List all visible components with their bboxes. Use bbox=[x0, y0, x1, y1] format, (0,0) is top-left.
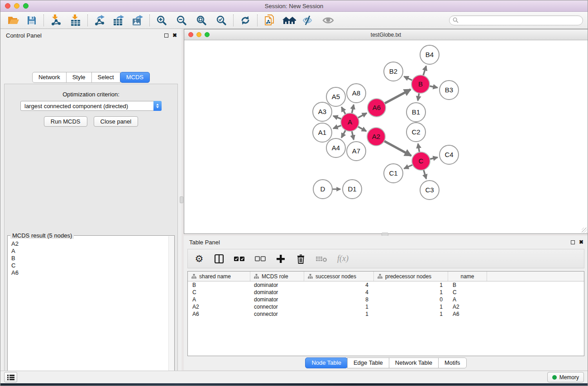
table-cell[interactable]: dominator bbox=[250, 282, 304, 288]
table-cell[interactable]: 4 bbox=[304, 282, 374, 288]
zoom-out-icon[interactable] bbox=[174, 14, 189, 27]
node-A1[interactable]: A1 bbox=[313, 123, 332, 142]
node-A8[interactable]: A8 bbox=[347, 84, 366, 103]
table-cell[interactable]: 1 bbox=[374, 289, 448, 295]
node-B1[interactable]: B1 bbox=[406, 103, 425, 122]
tab-network[interactable]: Network bbox=[32, 72, 67, 83]
node-A2[interactable]: A2 bbox=[367, 128, 385, 146]
result-item[interactable]: A2 bbox=[11, 240, 174, 248]
tab-style[interactable]: Style bbox=[66, 72, 92, 83]
table-settings-gear-icon[interactable]: ⚙ bbox=[194, 253, 204, 265]
select-all-columns-icon[interactable] bbox=[234, 253, 245, 265]
node-D[interactable]: D bbox=[313, 180, 332, 199]
export-table-icon[interactable] bbox=[111, 14, 126, 27]
table-cell[interactable]: A6 bbox=[188, 311, 250, 317]
node-C1[interactable]: C1 bbox=[384, 164, 403, 183]
table-cell[interactable]: A6 bbox=[448, 311, 487, 317]
table-row[interactable]: A2connector11A2 bbox=[188, 303, 584, 310]
import-table-icon[interactable] bbox=[68, 14, 83, 27]
node-A4[interactable]: A4 bbox=[326, 138, 345, 157]
table-row[interactable]: Cdominator41C bbox=[188, 289, 584, 296]
table-cell[interactable]: 8 bbox=[304, 296, 374, 303]
node-C[interactable]: C bbox=[412, 152, 430, 170]
network-canvas[interactable]: AA1A2A3A4A5A6A7A8BB1B2B3B4CC1C2C3C4DD1 bbox=[184, 40, 588, 234]
table-cell[interactable]: A bbox=[448, 296, 487, 303]
column-header-name[interactable]: name bbox=[448, 272, 487, 281]
table-cell[interactable]: dominator bbox=[250, 289, 304, 295]
import-network-icon[interactable] bbox=[48, 14, 63, 27]
node-A6[interactable]: A6 bbox=[368, 99, 386, 117]
result-item[interactable]: B bbox=[11, 255, 174, 262]
node-C3[interactable]: C3 bbox=[420, 181, 439, 200]
criterion-select[interactable]: largest connected component (directed) bbox=[20, 101, 162, 111]
table-cell[interactable]: dominator bbox=[250, 296, 304, 303]
tab-select[interactable]: Select bbox=[91, 72, 120, 83]
column-header-shared-name[interactable]: shared name bbox=[188, 272, 250, 281]
zoom-fit-icon[interactable] bbox=[194, 14, 209, 27]
close-panel-icon[interactable]: ✖ bbox=[579, 239, 583, 245]
table-cell[interactable]: 1 bbox=[304, 304, 374, 310]
table-cell[interactable]: C bbox=[448, 289, 487, 295]
node-A3[interactable]: A3 bbox=[313, 102, 332, 121]
node-B3[interactable]: B3 bbox=[440, 81, 459, 100]
panel-divider-handle[interactable] bbox=[180, 196, 183, 203]
tab-edge-table[interactable]: Edge Table bbox=[347, 357, 389, 368]
table-cell[interactable]: B bbox=[448, 282, 487, 288]
table-row[interactable]: Bdominator41B bbox=[188, 281, 584, 289]
table-cell[interactable]: A2 bbox=[188, 304, 250, 310]
deselect-all-columns-icon[interactable] bbox=[255, 253, 266, 265]
tab-node-table[interactable]: Node Table bbox=[305, 357, 348, 368]
float-panel-icon[interactable] bbox=[164, 33, 168, 38]
node-A5[interactable]: A5 bbox=[326, 87, 345, 106]
node-C4[interactable]: C4 bbox=[440, 145, 459, 164]
search-input[interactable] bbox=[460, 16, 583, 24]
tab-motifs[interactable]: Motifs bbox=[438, 357, 467, 368]
table-cell[interactable]: A2 bbox=[448, 304, 487, 310]
show-columns-icon[interactable] bbox=[214, 253, 224, 265]
network-window-titlebar[interactable]: testGlobe.txt bbox=[184, 29, 588, 40]
result-item[interactable]: C bbox=[11, 262, 174, 269]
task-history-button[interactable] bbox=[4, 372, 17, 382]
table-cell[interactable]: 1 bbox=[304, 311, 374, 317]
table-cell[interactable]: C bbox=[188, 289, 250, 295]
search-field[interactable] bbox=[449, 15, 583, 25]
table-cell[interactable]: 1 bbox=[374, 282, 448, 288]
apply-layout-icon[interactable] bbox=[238, 14, 253, 27]
export-image-icon[interactable] bbox=[130, 14, 145, 27]
node-D1[interactable]: D1 bbox=[343, 180, 362, 199]
column-header-successor-nodes[interactable]: successor nodes bbox=[304, 272, 374, 281]
column-header-predecessor-nodes[interactable]: predecessor nodes bbox=[374, 272, 448, 281]
new-network-from-selection-icon[interactable] bbox=[262, 14, 277, 27]
delete-column-icon[interactable] bbox=[296, 253, 306, 265]
close-panel-button[interactable]: Close panel bbox=[94, 116, 139, 127]
zoom-in-icon[interactable] bbox=[154, 14, 169, 27]
result-item[interactable]: A bbox=[11, 248, 174, 255]
tab-mcds[interactable]: MCDS bbox=[120, 72, 150, 83]
table-cell[interactable]: A bbox=[188, 296, 250, 303]
zoom-selected-icon[interactable] bbox=[214, 14, 229, 27]
close-panel-icon[interactable]: ✖ bbox=[172, 33, 177, 38]
table-cell[interactable]: 1 bbox=[374, 304, 448, 310]
table-row[interactable]: Adominator80A bbox=[188, 296, 584, 303]
table-cell[interactable]: 1 bbox=[374, 311, 448, 317]
table-cell[interactable]: B bbox=[188, 282, 250, 288]
result-item[interactable]: A6 bbox=[11, 269, 174, 276]
table-cell[interactable]: 0 bbox=[374, 296, 448, 303]
first-neighbors-icon[interactable] bbox=[282, 14, 297, 27]
node-B[interactable]: B bbox=[411, 75, 430, 93]
tab-network-table[interactable]: Network Table bbox=[389, 357, 439, 368]
open-session-icon[interactable] bbox=[6, 14, 21, 27]
node-C2[interactable]: C2 bbox=[406, 123, 425, 142]
table-row[interactable]: A6connector11A6 bbox=[188, 310, 584, 318]
node-B4[interactable]: B4 bbox=[420, 45, 439, 64]
create-column-icon[interactable] bbox=[276, 253, 286, 265]
export-network-icon[interactable] bbox=[92, 14, 107, 27]
table-cell[interactable]: 4 bbox=[304, 289, 374, 295]
table-cell[interactable]: connector bbox=[250, 311, 304, 317]
node-B2[interactable]: B2 bbox=[384, 62, 403, 81]
float-panel-icon[interactable] bbox=[571, 240, 575, 244]
save-session-icon[interactable] bbox=[24, 14, 39, 27]
run-mcds-button[interactable]: Run MCDS bbox=[44, 116, 87, 127]
table-cell[interactable]: connector bbox=[250, 304, 304, 310]
column-header-MCDS-role[interactable]: MCDS role bbox=[250, 272, 304, 281]
